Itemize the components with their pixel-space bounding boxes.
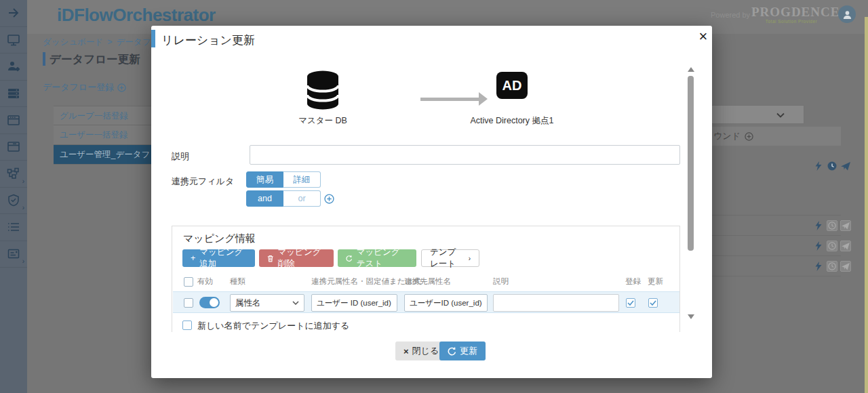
dataflow-list: グループ一括登録 ユーザー一括登録 ユーザー管理_データフロー xyxy=(54,106,151,165)
sidebar-item-list-icon[interactable] xyxy=(0,214,27,241)
scroll-down-arrow[interactable] xyxy=(688,314,694,319)
flow-arrow-icon xyxy=(420,98,480,101)
check-icon xyxy=(627,300,634,306)
check-icon xyxy=(650,300,656,306)
source-filter-label: 連携元フィルタ xyxy=(172,175,234,188)
row-checkbox[interactable] xyxy=(184,298,193,308)
filter-mode-toggle: 簡易 詳細 xyxy=(246,171,321,188)
refresh-icon xyxy=(346,254,353,263)
plus-circle-icon xyxy=(117,83,126,92)
schedule-clock-icon[interactable] xyxy=(827,220,837,231)
col-enabled: 有効 xyxy=(197,276,213,287)
row-target-attr-select[interactable]: ユーザーID (user_id) xyxy=(404,294,488,312)
col-desc: 説明 xyxy=(493,276,509,287)
update-button-label: 更新 xyxy=(460,345,477,357)
dataflow-item-group-batch[interactable]: グループ一括登録 xyxy=(54,106,151,125)
dialog-title-accent xyxy=(151,30,155,47)
brand-tagline: Total Solution Provider xyxy=(751,19,831,24)
row-divider xyxy=(705,276,841,276)
filter-and-button[interactable]: and xyxy=(246,190,283,207)
filter-or-button[interactable]: or xyxy=(283,190,321,207)
flow-action-row xyxy=(813,241,851,251)
relation-update-dialog: リレーション更新 × マスター DB AD Active Directory 拠… xyxy=(151,26,712,378)
sidebar-item-window-tabs-icon[interactable] xyxy=(0,107,27,134)
row-source-value: ユーザー ID (user_id) xyxy=(317,298,391,308)
col-register: 登録 xyxy=(625,276,641,287)
run-lightning-icon[interactable] xyxy=(813,261,824,272)
row-update-checkbox[interactable] xyxy=(648,298,658,308)
row-register-checkbox[interactable] xyxy=(626,298,635,308)
breadcrumb-current: データフロー更新 xyxy=(117,37,153,47)
row-enabled-toggle[interactable] xyxy=(199,297,220,308)
add-condition-plus-icon[interactable] xyxy=(324,194,334,204)
send-plane-icon[interactable] xyxy=(840,161,851,171)
template-button[interactable]: テンプレート › xyxy=(421,249,479,267)
mapping-delete-label: マッピング削除 xyxy=(278,247,326,270)
schedule-clock-icon[interactable] xyxy=(827,241,837,251)
page-title: データフロー更新 xyxy=(50,52,140,67)
row-divider xyxy=(705,255,841,256)
row-source-attr-select[interactable]: ユーザー ID (user_id) xyxy=(311,294,397,312)
sidebar-nav: › › › xyxy=(0,0,27,393)
row-divider xyxy=(705,215,841,215)
powered-by-label: Powered by xyxy=(711,11,750,19)
row-type-select[interactable]: 属性名 xyxy=(230,294,304,312)
sidebar-item-server-icon[interactable] xyxy=(0,81,27,108)
close-icon[interactable]: × xyxy=(694,28,712,45)
sidebar-item-users-icon[interactable] xyxy=(0,54,27,81)
breadcrumb: ダッシュボード>データフロー更新 xyxy=(43,37,153,48)
flow-action-row xyxy=(813,161,851,171)
schedule-clock-icon[interactable] xyxy=(827,161,837,171)
mapping-test-label: マッピングテスト xyxy=(357,247,408,270)
row-type-value: 属性名 xyxy=(235,297,261,309)
filter-operator-toggle: and or xyxy=(246,190,321,207)
sidebar-expand-arrow-icon[interactable] xyxy=(0,0,27,27)
sidebar-item-card-icon[interactable]: › xyxy=(0,241,27,268)
chevron-right-icon: › xyxy=(22,178,24,185)
scrollbar-thumb[interactable] xyxy=(688,76,694,251)
plus-circle-icon xyxy=(745,132,753,141)
dataflow-item-user-batch[interactable]: ユーザー一括登録 xyxy=(54,125,151,145)
send-plane-icon[interactable] xyxy=(840,261,851,272)
mapping-panel: マッピング情報 + マッピング追加 マッピング削除 マッピングテスト テンプレー… xyxy=(172,226,680,332)
filter-detail-button[interactable]: 詳細 xyxy=(283,171,321,188)
filter-simple-button[interactable]: 簡易 xyxy=(246,171,283,188)
run-lightning-icon[interactable] xyxy=(813,220,824,231)
mapping-delete-button[interactable]: マッピング削除 xyxy=(259,249,334,267)
sidebar-item-flow-icon[interactable]: › xyxy=(0,161,27,188)
background-header-text: ウンド xyxy=(713,130,741,142)
send-plane-icon[interactable] xyxy=(840,241,851,251)
run-lightning-icon[interactable] xyxy=(813,241,824,251)
dataflow-register-link[interactable]: データフロー登録 xyxy=(43,81,126,94)
row-description-input[interactable] xyxy=(493,294,619,312)
sidebar-item-window-icon[interactable] xyxy=(0,134,27,161)
run-lightning-icon[interactable] xyxy=(813,161,824,171)
sidebar-item-shield-icon[interactable]: › xyxy=(0,188,27,215)
schedule-clock-icon[interactable] xyxy=(827,261,837,272)
update-button[interactable]: 更新 xyxy=(439,342,486,360)
template-label: テンプレート xyxy=(430,247,465,270)
page-title-accent xyxy=(43,52,45,66)
user-avatar-icon[interactable] xyxy=(838,5,856,23)
breadcrumb-home[interactable]: ダッシュボード xyxy=(43,37,103,47)
app-screen: iDFlowOrchestrator Powered by PROGDENCE … xyxy=(0,0,868,393)
app-logo: iDFlowOrchestrator xyxy=(57,5,216,26)
active-directory-icon: AD xyxy=(496,72,528,99)
chevron-right-icon: › xyxy=(469,255,471,262)
dataflow-item-user-mgmt-selected[interactable]: ユーザー管理_データフロー xyxy=(54,145,151,165)
description-input[interactable] xyxy=(250,145,680,165)
scroll-up-arrow[interactable] xyxy=(688,67,694,72)
col-update: 更新 xyxy=(648,276,663,287)
select-all-checkbox[interactable] xyxy=(184,277,193,287)
template-save-checkbox[interactable] xyxy=(182,320,192,330)
mapping-test-button[interactable]: マッピングテスト xyxy=(338,249,416,267)
background-select[interactable] xyxy=(705,105,804,124)
database-icon xyxy=(306,70,340,110)
template-save-checkbox-label: 新しい名前でテンプレートに追加する xyxy=(197,320,349,332)
mapping-add-button[interactable]: + マッピング追加 xyxy=(182,249,255,267)
send-plane-icon[interactable] xyxy=(840,220,851,231)
plus-icon: + xyxy=(191,253,195,263)
page-edge-strip xyxy=(865,17,868,393)
flow-action-row xyxy=(813,220,851,231)
sidebar-item-monitor-icon[interactable] xyxy=(0,27,27,54)
